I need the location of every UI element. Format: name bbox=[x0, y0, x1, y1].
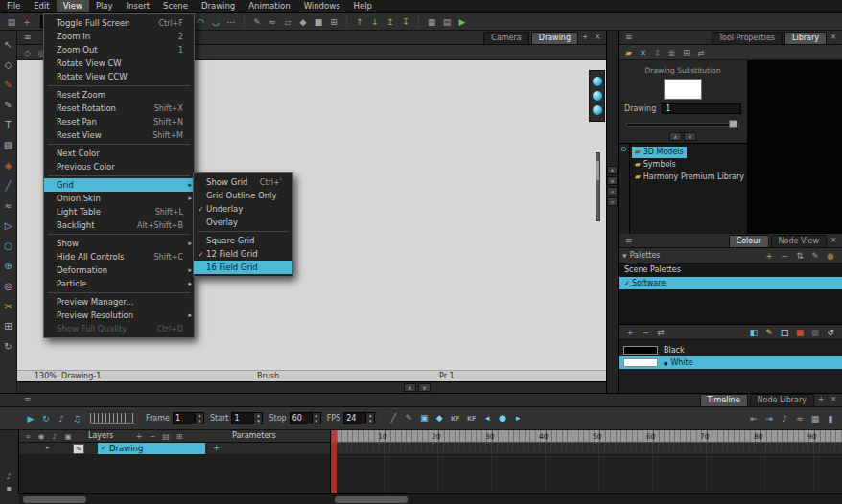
view-menu-reset-view[interactable]: Reset ViewShift+M bbox=[44, 128, 194, 142]
add-keyframe-icon[interactable]: KF bbox=[448, 412, 462, 425]
playhead[interactable] bbox=[331, 430, 337, 493]
grid-submenu-show-grid[interactable]: Show GridCtrl+' bbox=[194, 175, 292, 189]
grid-submenu-underlay[interactable]: ✓Underlay bbox=[194, 202, 292, 216]
thumbnail-view-icon[interactable]: ⊞ bbox=[680, 46, 692, 58]
arrow-down-icon[interactable]: ↓ bbox=[368, 15, 382, 29]
close-view-button[interactable]: × bbox=[828, 393, 839, 406]
drawing-substitution-preview[interactable] bbox=[664, 79, 702, 100]
line-tool-icon[interactable]: ╱ bbox=[1, 175, 16, 195]
view-menu-zoom-out[interactable]: Zoom Out1 bbox=[44, 43, 194, 57]
collapse-down-icon[interactable]: ∨ bbox=[607, 176, 618, 185]
remove-colour-icon[interactable]: − bbox=[639, 326, 652, 339]
add-colour-icon[interactable]: + bbox=[20, 15, 34, 29]
swap-icon[interactable]: ⇄ bbox=[694, 46, 707, 58]
sound-scrub-icon[interactable]: ♫ bbox=[70, 412, 83, 425]
matte-view-icon[interactable] bbox=[592, 104, 603, 116]
polyline-tool-icon[interactable]: ≈ bbox=[1, 195, 16, 216]
play-scene-icon[interactable]: ▶ bbox=[456, 15, 469, 29]
play-icon[interactable]: ▶ bbox=[24, 412, 37, 425]
square-icon[interactable]: ■ bbox=[312, 15, 325, 29]
sound-icon[interactable]: ♪ bbox=[55, 412, 68, 425]
pencil-icon[interactable]: ✎ bbox=[250, 15, 264, 29]
timeline-ruler[interactable]: 102030405060708090 bbox=[331, 430, 842, 443]
pencil-tool-icon[interactable]: ✎ bbox=[1, 95, 16, 115]
slider-handle[interactable] bbox=[729, 120, 737, 128]
file-icon[interactable]: ▤ bbox=[5, 15, 18, 29]
menu-edit[interactable]: Edit bbox=[27, 0, 56, 12]
delete-layer-icon[interactable]: − bbox=[147, 430, 158, 442]
tab-node-view[interactable]: Node View bbox=[771, 235, 827, 247]
grid-submenu-16-field-grid[interactable]: 16 Field Grid bbox=[194, 261, 292, 274]
collapse-down-icon[interactable]: ∨ bbox=[418, 383, 431, 392]
eraser-tool-icon[interactable]: ▨ bbox=[1, 135, 16, 155]
palette-software[interactable]: ✓Software bbox=[619, 277, 842, 289]
cutter-tool-icon[interactable]: ✂ bbox=[1, 296, 16, 316]
grid-submenu-12-field-grid[interactable]: ✓12 Field Grid bbox=[194, 247, 292, 261]
folder-icon[interactable]: ▰ bbox=[622, 46, 635, 58]
panel-menu-icon[interactable]: ≡ bbox=[625, 31, 633, 44]
refresh-icon[interactable]: ↺ bbox=[824, 326, 837, 339]
spinner-arrows[interactable]: ▴▾ bbox=[312, 413, 320, 424]
white-swatch-icon[interactable]: □ bbox=[778, 326, 791, 339]
waveform-icon[interactable]: ≈ bbox=[793, 412, 807, 425]
grid-tool-icon[interactable]: ⊞ bbox=[1, 316, 16, 336]
list-view-icon[interactable]: ≣ bbox=[666, 46, 678, 58]
black-swatch-icon[interactable]: ■ bbox=[808, 326, 822, 339]
stop-spinner[interactable]: 60▴▾ bbox=[290, 412, 321, 424]
drawing-field[interactable]: 1 bbox=[662, 103, 741, 114]
tab-camera[interactable]: Camera bbox=[483, 32, 528, 44]
gradient-swatch-icon[interactable]: ◧ bbox=[747, 326, 760, 339]
library-folder-harmony-premium-library[interactable]: ▰Harmony Premium Library bbox=[630, 171, 747, 183]
scrollbar-thumb[interactable] bbox=[335, 496, 408, 503]
spinner-arrows[interactable]: ▴▾ bbox=[195, 413, 203, 424]
drawing-track[interactable] bbox=[331, 443, 842, 455]
vertical-splitter[interactable]: ∧ ∨ « » bbox=[606, 31, 619, 393]
view-menu-show[interactable]: Show▸ bbox=[44, 237, 194, 250]
layer-drawing[interactable]: ✓ Drawing bbox=[98, 443, 205, 454]
menu-file[interactable]: File bbox=[0, 0, 27, 12]
grid-submenu-grid-outline-only[interactable]: Grid Outline Only bbox=[194, 189, 292, 202]
swatch-white[interactable]: ●White bbox=[619, 356, 842, 369]
sync-icon[interactable]: ∞ bbox=[22, 430, 34, 442]
view-menu-zoom-in[interactable]: Zoom In2 bbox=[44, 30, 194, 43]
colour-wheel-icon[interactable]: ● bbox=[824, 249, 837, 263]
add-view-button[interactable]: + bbox=[579, 31, 591, 44]
drawing-substitution-slider[interactable] bbox=[626, 120, 739, 128]
view-menu-previous-color[interactable]: Previous Color bbox=[44, 160, 194, 173]
render-view-icon[interactable] bbox=[592, 90, 603, 102]
frame-scrubber[interactable] bbox=[90, 413, 134, 424]
remove-keyframe-icon[interactable]: KF bbox=[464, 412, 479, 425]
add-group-icon[interactable]: ▤ bbox=[160, 430, 172, 442]
swatch-black[interactable]: Black bbox=[619, 344, 842, 356]
spinner-down-icon[interactable]: ▾ bbox=[196, 419, 203, 424]
parallelogram-icon[interactable]: ▱ bbox=[281, 15, 294, 29]
menu-windows[interactable]: Windows bbox=[297, 0, 347, 12]
reorder-palettes-icon[interactable]: ⇅ bbox=[793, 249, 807, 263]
view-menu-light-table[interactable]: Light TableShift+L bbox=[44, 205, 194, 218]
arc-up-icon[interactable]: ◠ bbox=[194, 15, 207, 29]
tab-colour[interactable]: Colour bbox=[729, 235, 769, 247]
keyframe-dot-icon[interactable]: ● bbox=[496, 411, 509, 424]
menu-animation[interactable]: Animation bbox=[242, 0, 296, 12]
expand-arrow-icon[interactable]: ▸ bbox=[46, 444, 50, 451]
tab-library[interactable]: Library bbox=[784, 32, 827, 44]
layers-scrollbar[interactable] bbox=[19, 493, 331, 504]
view-menu-next-color[interactable]: Next Color bbox=[44, 147, 194, 160]
grid-submenu-square-grid[interactable]: Square Grid bbox=[194, 234, 292, 247]
pencil-swatch-icon[interactable]: ✎ bbox=[762, 326, 776, 339]
next-keyframe-icon[interactable]: ▸ bbox=[511, 411, 525, 424]
layer-checkbox[interactable]: ✓ bbox=[98, 445, 109, 452]
node-view-icon[interactable]: ▦ bbox=[425, 15, 438, 29]
add-colour-icon[interactable]: + bbox=[623, 326, 637, 339]
scrollbar-thumb[interactable] bbox=[23, 496, 86, 503]
menu-insert[interactable]: Insert bbox=[120, 0, 156, 12]
view-menu-toggle-full-screen[interactable]: Toggle Full ScreenCtrl+F bbox=[44, 16, 194, 30]
tab-tool-properties[interactable]: Tool Properties bbox=[712, 32, 784, 44]
swap-colour-icon[interactable]: ⇄ bbox=[654, 326, 667, 339]
spinner-down-icon[interactable]: ▾ bbox=[313, 419, 320, 424]
fps-spinner[interactable]: 24▴▾ bbox=[343, 412, 375, 424]
wave-icon[interactable]: ≈ bbox=[266, 15, 279, 29]
menu-play[interactable]: Play bbox=[89, 0, 120, 12]
close-view-button[interactable]: × bbox=[828, 234, 839, 247]
ellipse-tool-icon[interactable]: ○ bbox=[1, 236, 16, 256]
